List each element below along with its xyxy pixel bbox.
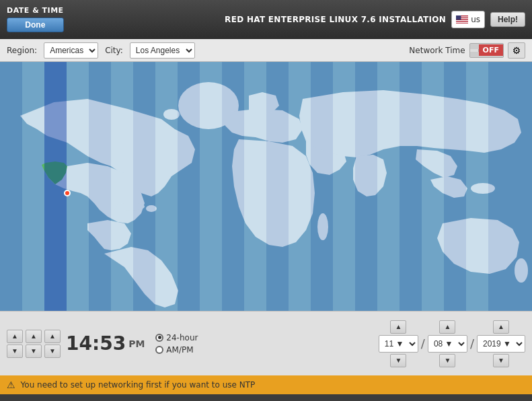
tz-band-19 (422, 62, 444, 311)
date-sep2: / (470, 336, 474, 351)
hours-down-button[interactable]: ▼ (7, 344, 23, 358)
warning-text: You need to set up networking first if y… (21, 380, 256, 390)
minutes-up-button[interactable]: ▲ (26, 330, 42, 343)
year-up-button[interactable]: ▲ (493, 320, 509, 334)
down-arrow-icon: ▼ (11, 347, 18, 355)
tz-band-17 (377, 62, 400, 311)
svg-rect-5 (456, 15, 461, 20)
hours-up-button[interactable]: ▲ (7, 330, 23, 343)
time-format: 24-hour AM/PM (155, 333, 198, 355)
network-time-on-label (470, 49, 479, 52)
warning-icon: ⚠ (7, 379, 15, 390)
tz-band-21 (466, 62, 488, 311)
city-select[interactable]: Los Angeles (130, 42, 195, 59)
network-time-toggle[interactable]: OFF (469, 43, 504, 58)
network-time-settings-button[interactable]: ⚙ (508, 42, 525, 59)
city-label: City: (105, 46, 123, 55)
day-down-button[interactable]: ▼ (439, 354, 455, 367)
tz-band-16 (355, 62, 377, 311)
selected-tz-band (44, 62, 67, 311)
format-24h-label: 24-hour (166, 333, 198, 342)
tz-band-1 (22, 62, 44, 311)
time-display: 14:53 PM (66, 332, 145, 355)
tz-band-11 (244, 62, 266, 311)
rhel-title: RED HAT ENTERPRISE LINUX 7.6 INSTALLATIO… (225, 15, 446, 24)
tz-band-6 (133, 62, 155, 311)
tz-band-12 (266, 62, 289, 311)
down-arrow-icon4: ▼ (395, 357, 402, 364)
tz-band-13 (289, 62, 311, 311)
svg-rect-3 (456, 20, 468, 21)
seconds-down-button[interactable]: ▼ (44, 344, 61, 358)
tz-band-22 (488, 62, 532, 311)
hours-value: 14 (66, 332, 92, 355)
up-arrow-icon2: ▲ (30, 332, 37, 340)
time-spinners: ▲ ▼ ▲ ▼ ▲ ▼ (7, 330, 61, 358)
tz-band-5 (111, 62, 133, 311)
date-sep1: / (421, 336, 425, 351)
seconds-up-button[interactable]: ▲ (44, 330, 61, 343)
language-selector[interactable]: us (451, 11, 485, 28)
network-time-off-label: OFF (479, 44, 503, 56)
month-select[interactable]: 11 ▼ (379, 335, 418, 353)
time-value: 14:53 (66, 332, 126, 355)
tz-band-18 (400, 62, 422, 311)
tz-band-20 (444, 62, 466, 311)
up-arrow-icon3: ▲ (49, 332, 56, 340)
header-left: DATE & TIME Done (7, 6, 64, 32)
tz-band-14 (311, 62, 333, 311)
format-24h-radio[interactable] (155, 334, 163, 342)
done-button[interactable]: Done (7, 17, 64, 32)
network-time-area: Network Time OFF ⚙ (409, 42, 525, 59)
down-arrow-icon3: ▼ (49, 347, 56, 355)
month-up-button[interactable]: ▲ (390, 320, 406, 334)
year-select[interactable]: 2019 ▼ (477, 335, 525, 353)
tz-band-3 (67, 62, 89, 311)
up-arrow-icon5: ▲ (444, 323, 451, 330)
up-arrow-icon4: ▲ (395, 323, 402, 330)
minutes-down-button[interactable]: ▼ (26, 344, 42, 358)
tz-band-9 (200, 62, 222, 311)
minutes-value: 53 (100, 332, 126, 355)
tz-band-15 (333, 62, 355, 311)
hours-spinner: ▲ ▼ (7, 330, 23, 358)
network-time-label: Network Time (409, 46, 465, 55)
header: DATE & TIME Done RED HAT ENTERPRISE LINU… (0, 0, 532, 39)
tz-band-0 (0, 62, 22, 311)
gear-icon: ⚙ (512, 45, 521, 56)
up-arrow-icon6: ▲ (498, 323, 504, 330)
help-button[interactable]: Help! (490, 12, 525, 27)
up-arrow-icon: ▲ (11, 332, 18, 340)
lang-code: us (471, 15, 480, 24)
tz-band-7 (155, 62, 178, 311)
down-arrow-icon6: ▼ (498, 357, 504, 364)
ampm-label: PM (128, 338, 145, 349)
warning-bar: ⚠ You need to set up networking first if… (0, 375, 532, 394)
tz-band-8 (178, 62, 200, 311)
day-select[interactable]: 08 ▼ (428, 335, 467, 353)
down-arrow-icon2: ▼ (30, 347, 37, 355)
seconds-spinner: ▲ ▼ (44, 330, 61, 358)
format-ampm-label: AM/PM (166, 345, 193, 355)
year-down-button[interactable]: ▼ (493, 354, 509, 367)
map-area[interactable] (0, 62, 532, 311)
day-spin-group: ▲ 08 ▼ ▼ (428, 320, 467, 367)
header-title: DATE & TIME (7, 6, 64, 15)
location-marker (64, 190, 71, 196)
month-spin-group: ▲ 11 ▼ ▼ (379, 320, 418, 367)
format-24h-option[interactable]: 24-hour (155, 333, 198, 342)
flag-icon (456, 15, 468, 24)
region-label: Region: (7, 46, 37, 55)
tz-band-4 (89, 62, 111, 311)
format-ampm-option[interactable]: AM/PM (155, 345, 198, 355)
year-spin-group: ▲ 2019 ▼ ▼ (477, 320, 525, 367)
toolbar: Region: Americas City: Los Angeles Netwo… (0, 39, 532, 62)
region-select[interactable]: Americas (44, 42, 98, 59)
day-up-button[interactable]: ▲ (439, 320, 455, 334)
bottom-controls: ▲ ▼ ▲ ▼ ▲ ▼ 14:53 (0, 311, 532, 375)
header-right: RED HAT ENTERPRISE LINUX 7.6 INSTALLATIO… (225, 11, 525, 28)
date-spinners: ▲ 11 ▼ ▼ / ▲ 08 ▼ ▼ / ▲ (379, 320, 525, 367)
format-ampm-radio[interactable] (155, 346, 163, 354)
svg-rect-4 (456, 22, 468, 22)
month-down-button[interactable]: ▼ (390, 354, 406, 367)
